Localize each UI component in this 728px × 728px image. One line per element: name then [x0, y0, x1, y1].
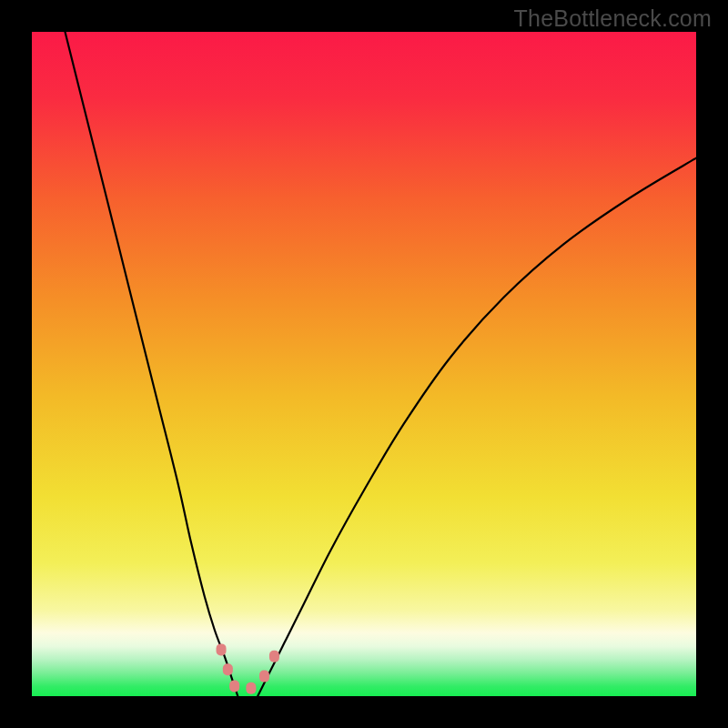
marker-left-bottom: [229, 681, 239, 693]
marker-mid-bottom: [246, 682, 256, 694]
marker-left-upper: [217, 643, 227, 655]
gradient-background: [32, 32, 696, 696]
watermark: TheBottleneck.com: [514, 5, 712, 32]
plot-area: [32, 32, 696, 696]
chart-container: TheBottleneck.com: [0, 0, 728, 728]
marker-left-lower: [223, 663, 233, 675]
marker-right-upper: [269, 651, 279, 662]
marker-right-bottom: [259, 671, 269, 682]
